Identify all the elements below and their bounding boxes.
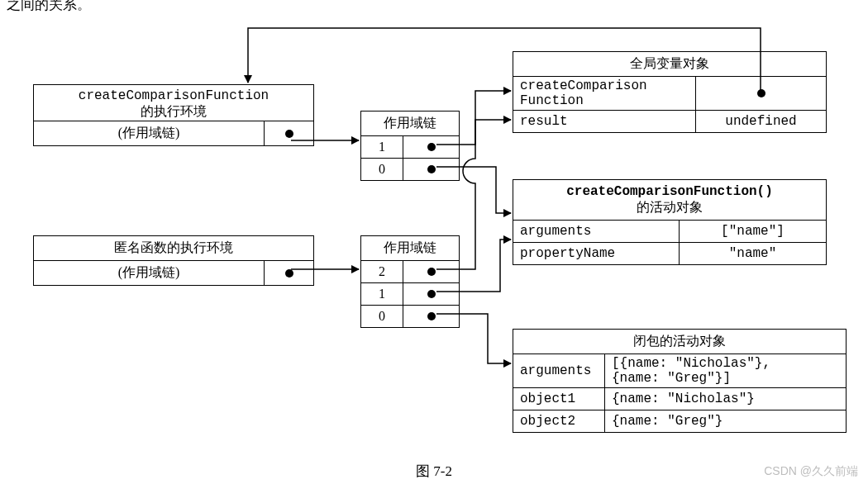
env2-scope-label: (作用域链) — [34, 261, 264, 285]
act1-title-l2: 的活动对象 — [637, 200, 703, 214]
sc2-index-2: 2 — [361, 261, 403, 282]
env2-title: 匿名函数的执行环境 — [34, 236, 313, 260]
pointer-dot-icon — [427, 165, 436, 173]
env2-scope-pointer — [264, 261, 313, 285]
closure-key-object1: object1 — [513, 388, 604, 410]
activation-object-ccf: createComparisonFunction() 的活动对象 argumen… — [513, 179, 827, 265]
scope-chain-2: 作用域链 2 1 0 — [360, 235, 460, 328]
env1-scope-pointer — [264, 121, 313, 145]
global-key-ccf-l1: createComparison — [520, 78, 647, 93]
sc1-ptr-0 — [403, 159, 459, 180]
scope-chain-1: 作用域链 1 0 — [360, 111, 460, 181]
env1-scope-label: (作用域链) — [34, 121, 264, 145]
pointer-dot-icon — [427, 312, 436, 320]
act1-key-arguments: arguments — [513, 221, 679, 242]
sc2-ptr-0 — [403, 306, 459, 327]
pointer-dot-icon — [285, 269, 293, 278]
scopechain2-header: 作用域链 — [361, 236, 459, 260]
closure-key-object2: object2 — [513, 410, 604, 432]
sc2-index-0: 0 — [361, 306, 403, 327]
global-key-ccf: createComparison Function — [513, 77, 695, 110]
closure-key-arguments: arguments — [513, 354, 604, 387]
global-title: 全局变量对象 — [513, 52, 826, 76]
closure-title: 闭包的活动对象 — [513, 330, 846, 354]
sc2-index-1: 1 — [361, 283, 403, 305]
closure-val-arguments: [{name: "Nicholas"}, {name: "Greg"}] — [604, 354, 846, 387]
closure-val-args-l1: [{name: "Nicholas"}, — [612, 356, 770, 371]
sc2-ptr-1 — [403, 283, 459, 305]
closure-val-args-l2: {name: "Greg"}] — [612, 371, 731, 386]
cropped-top-text: 之间的关系。 — [7, 0, 91, 14]
pointer-dot-icon — [757, 89, 765, 97]
act1-val-arguments: ["name"] — [679, 221, 826, 242]
sc1-index-1: 1 — [361, 136, 403, 158]
sc1-ptr-1 — [403, 136, 459, 158]
closure-val-object2: {name: "Greg"} — [604, 410, 846, 432]
closure-val-object1: {name: "Nicholas"} — [604, 388, 846, 410]
exec-env-createComparisonFunction: createComparisonFunction 的执行环境 (作用域链) — [33, 84, 314, 146]
pointer-dot-icon — [427, 290, 436, 298]
global-val-result: undefined — [695, 111, 826, 132]
pointer-dot-icon — [285, 130, 293, 138]
env1-title: createComparisonFunction 的执行环境 — [34, 85, 313, 121]
exec-env-anonymous: 匿名函数的执行环境 (作用域链) — [33, 235, 314, 286]
act1-title-l1: createComparisonFunction() — [566, 184, 773, 199]
closure-activation-object: 闭包的活动对象 arguments [{name: "Nicholas"}, {… — [513, 329, 847, 433]
env1-title-line1: createComparisonFunction — [39, 88, 308, 103]
global-key-ccf-l2: Function — [520, 93, 584, 108]
global-val-ccf — [695, 77, 826, 110]
watermark: CSDN @久久前端 — [764, 464, 858, 479]
global-key-result: result — [513, 111, 695, 132]
pointer-dot-icon — [427, 268, 436, 276]
pointer-dot-icon — [427, 143, 436, 151]
env1-title-line2: 的执行环境 — [39, 103, 308, 121]
figure-caption: 图 7-2 — [0, 462, 868, 481]
scopechain1-header: 作用域链 — [361, 112, 459, 135]
act1-val-propertyName: "name" — [679, 243, 826, 264]
sc2-ptr-2 — [403, 261, 459, 282]
act1-key-propertyName: propertyName — [513, 243, 679, 264]
act1-title: createComparisonFunction() 的活动对象 — [513, 180, 826, 220]
global-variable-object: 全局变量对象 createComparison Function result … — [513, 51, 827, 133]
sc1-index-0: 0 — [361, 159, 403, 180]
